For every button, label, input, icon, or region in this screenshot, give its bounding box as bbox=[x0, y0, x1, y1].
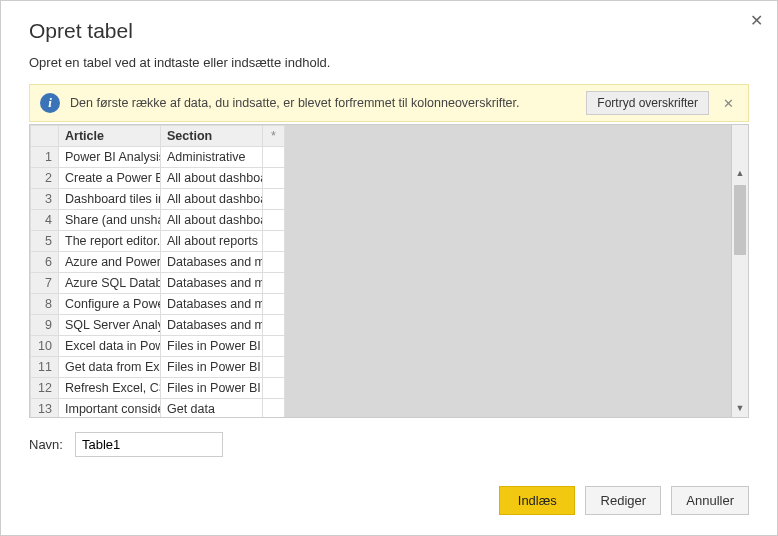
row-number[interactable]: 2 bbox=[31, 168, 59, 189]
table-row[interactable]: 13Important consideGet data bbox=[31, 399, 285, 418]
scroll-thumb[interactable] bbox=[734, 185, 746, 255]
row-number[interactable]: 3 bbox=[31, 189, 59, 210]
table-row[interactable]: 10Excel data in PoweFiles in Power BI bbox=[31, 336, 285, 357]
table-row[interactable]: 5The report editor..All about reports bbox=[31, 231, 285, 252]
create-table-dialog: Opret tabel Opret en tabel ved at indtas… bbox=[1, 1, 777, 457]
cell-article[interactable]: Azure and Power B bbox=[59, 252, 161, 273]
cell-article[interactable]: Share (and unshar bbox=[59, 210, 161, 231]
header-row: Article Section * bbox=[31, 126, 285, 147]
row-number[interactable]: 9 bbox=[31, 315, 59, 336]
cell-empty[interactable] bbox=[263, 294, 285, 315]
data-grid: Article Section * 1Power BI AnalysisAdmi… bbox=[29, 124, 749, 418]
table-row[interactable]: 4Share (and unsharAll about dashboa bbox=[31, 210, 285, 231]
column-header-section[interactable]: Section bbox=[161, 126, 263, 147]
cell-empty[interactable] bbox=[263, 378, 285, 399]
table-row[interactable]: 2Create a Power BIAll about dashboa bbox=[31, 168, 285, 189]
info-notice: i Den første række af data, du indsatte,… bbox=[29, 84, 749, 122]
table-row[interactable]: 12Refresh Excel, CSVFiles in Power BI bbox=[31, 378, 285, 399]
cell-empty[interactable] bbox=[263, 315, 285, 336]
cell-article[interactable]: Dashboard tiles in bbox=[59, 189, 161, 210]
dialog-footer: Indlæs Rediger Annuller bbox=[499, 486, 749, 515]
notice-text: Den første række af data, du indsatte, e… bbox=[70, 96, 576, 110]
cell-section[interactable]: Databases and mo bbox=[161, 273, 263, 294]
notice-close-icon[interactable]: ✕ bbox=[719, 96, 738, 111]
name-label: Navn: bbox=[29, 437, 63, 452]
cell-article[interactable]: Configure a Power bbox=[59, 294, 161, 315]
cell-article[interactable]: Important conside bbox=[59, 399, 161, 418]
cell-section[interactable]: Databases and mo bbox=[161, 294, 263, 315]
table-row[interactable]: 3Dashboard tiles inAll about dashboa bbox=[31, 189, 285, 210]
cell-empty[interactable] bbox=[263, 357, 285, 378]
table-row[interactable]: 9SQL Server AnalysDatabases and mo bbox=[31, 315, 285, 336]
row-number[interactable]: 10 bbox=[31, 336, 59, 357]
cell-empty[interactable] bbox=[263, 168, 285, 189]
row-number[interactable]: 5 bbox=[31, 231, 59, 252]
dialog-subtitle: Opret en tabel ved at indtaste eller ind… bbox=[29, 55, 749, 70]
row-number[interactable]: 13 bbox=[31, 399, 59, 418]
table-row[interactable]: 6Azure and Power BDatabases and mo bbox=[31, 252, 285, 273]
cell-empty[interactable] bbox=[263, 147, 285, 168]
dialog-title: Opret tabel bbox=[29, 19, 749, 43]
scroll-down-icon[interactable]: ▼ bbox=[732, 400, 748, 417]
cell-article[interactable]: Refresh Excel, CSV bbox=[59, 378, 161, 399]
cell-section[interactable]: All about dashboa bbox=[161, 189, 263, 210]
row-number[interactable]: 6 bbox=[31, 252, 59, 273]
cell-empty[interactable] bbox=[263, 273, 285, 294]
cell-empty[interactable] bbox=[263, 189, 285, 210]
cell-article[interactable]: Create a Power BI bbox=[59, 168, 161, 189]
row-number[interactable]: 1 bbox=[31, 147, 59, 168]
corner-cell bbox=[31, 126, 59, 147]
load-button[interactable]: Indlæs bbox=[499, 486, 575, 515]
table-row[interactable]: 11Get data from ExcFiles in Power BI bbox=[31, 357, 285, 378]
scroll-up-icon[interactable]: ▲ bbox=[732, 165, 748, 182]
cell-empty[interactable] bbox=[263, 336, 285, 357]
row-number[interactable]: 7 bbox=[31, 273, 59, 294]
row-number[interactable]: 11 bbox=[31, 357, 59, 378]
column-header-article[interactable]: Article bbox=[59, 126, 161, 147]
cell-article[interactable]: The report editor.. bbox=[59, 231, 161, 252]
cell-article[interactable]: Power BI Analysis bbox=[59, 147, 161, 168]
cell-article[interactable]: Get data from Exc bbox=[59, 357, 161, 378]
row-number[interactable]: 8 bbox=[31, 294, 59, 315]
cancel-button[interactable]: Annuller bbox=[671, 486, 749, 515]
cell-article[interactable]: Azure SQL Databa bbox=[59, 273, 161, 294]
row-number[interactable]: 4 bbox=[31, 210, 59, 231]
table-row[interactable]: 1Power BI AnalysisAdministrative bbox=[31, 147, 285, 168]
cell-empty[interactable] bbox=[263, 231, 285, 252]
edit-button[interactable]: Rediger bbox=[585, 486, 661, 515]
cell-article[interactable]: SQL Server Analys bbox=[59, 315, 161, 336]
cell-empty[interactable] bbox=[263, 399, 285, 418]
cell-section[interactable]: All about dashboa bbox=[161, 210, 263, 231]
table-name-input[interactable] bbox=[75, 432, 223, 457]
row-number[interactable]: 12 bbox=[31, 378, 59, 399]
table-row[interactable]: 8Configure a PowerDatabases and mo bbox=[31, 294, 285, 315]
cell-section[interactable]: All about reports bbox=[161, 231, 263, 252]
cell-section[interactable]: Files in Power BI bbox=[161, 357, 263, 378]
cell-section[interactable]: Administrative bbox=[161, 147, 263, 168]
table-row[interactable]: 7Azure SQL DatabaDatabases and mo bbox=[31, 273, 285, 294]
cell-section[interactable]: Databases and mo bbox=[161, 252, 263, 273]
undo-headers-button[interactable]: Fortryd overskrifter bbox=[586, 91, 709, 115]
cell-article[interactable]: Excel data in Powe bbox=[59, 336, 161, 357]
cell-section[interactable]: All about dashboa bbox=[161, 168, 263, 189]
cell-section[interactable]: Files in Power BI bbox=[161, 378, 263, 399]
vertical-scrollbar[interactable]: ▲ ▼ bbox=[731, 125, 748, 417]
info-icon: i bbox=[40, 93, 60, 113]
cell-section[interactable]: Databases and mo bbox=[161, 315, 263, 336]
cell-section[interactable]: Files in Power BI bbox=[161, 336, 263, 357]
close-icon[interactable]: ✕ bbox=[746, 7, 767, 34]
cell-section[interactable]: Get data bbox=[161, 399, 263, 418]
column-header-add[interactable]: * bbox=[263, 126, 285, 147]
cell-empty[interactable] bbox=[263, 252, 285, 273]
cell-empty[interactable] bbox=[263, 210, 285, 231]
